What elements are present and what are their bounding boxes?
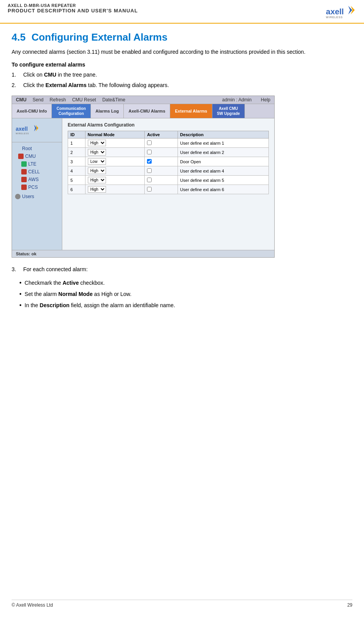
cell-mode-4: HighLow [85,166,145,176]
cell-id-3: 3 [68,157,85,166]
cell-active-5 [145,176,178,185]
table-row: 2 HighLow User define ext alarm 2 [68,148,269,157]
footer-copyright: © Axell Wireless Ltd [12,602,53,608]
tab-external-alarms[interactable]: External Alarms [170,104,212,118]
sidebar-label-aws: AWS [28,177,39,182]
sidebar-label-users: Users [22,194,34,199]
sidebar-label-lte: LTE [28,161,36,167]
select-mode-1[interactable]: HighLow [88,140,106,146]
step-2: 2. Click the External Alarms tab. The fo… [12,81,352,89]
select-mode-3[interactable]: HighLow [88,158,106,165]
topbar-send[interactable]: Send [32,97,43,103]
topbar-admin: admin : Admin [222,97,251,103]
step-1: 1. Click on CMU in the tree pane. [12,71,352,79]
status-text: Status: ok [16,251,36,256]
col-active: Active [145,131,178,139]
topbar-refresh[interactable]: Refresh [50,97,66,103]
section-title: Configuring External Alarms [31,31,167,43]
bullet-1-text: Checkmark the Active checkbox. [25,279,105,287]
page-content: 4.5 Configuring External Alarms Any conn… [0,24,364,616]
sidebar-icon-pcs [21,185,27,190]
checkbox-active-1[interactable] [147,140,152,145]
app-topbar: CMU Send Refresh CMU Reset Date&Time adm… [12,96,274,104]
svg-text:WIRELESS: WIRELESS [326,15,343,19]
sidebar-icon-users [15,194,21,199]
manual-title: PRODUCT DESCRIPTION AND USER'S MANUAL [8,8,138,14]
cell-mode-3: HighLow [85,157,145,166]
topbar-help[interactable]: Help [261,97,270,103]
step-3: 3. For each connected alarm: [12,265,352,274]
tab-axell-cmu-alarms[interactable]: Axell-CMU Alarms [124,104,170,118]
bullet-1: Checkmark the Active checkbox. [19,279,352,287]
sidebar-item-pcs[interactable]: PCS [12,183,62,191]
cell-active-1 [145,139,178,148]
section-heading: 4.5 Configuring External Alarms [12,31,352,43]
procedure-heading: To configure external alarms [12,62,352,68]
app-main: External Alarms Configuration ID Normal … [62,118,274,250]
footer-page-number: 29 [347,602,352,608]
sidebar-logo-svg: axell WIRELESS [15,123,42,137]
table-row: 3 HighLow Door Open [68,157,269,166]
cell-mode-5: HighLow [85,176,145,185]
checkbox-active-2[interactable] [147,150,152,154]
select-mode-6[interactable]: HighLow [88,186,106,193]
select-mode-2[interactable]: HighLow [88,149,106,156]
select-mode-4[interactable]: HighLow [88,168,106,174]
bullet-3-text: In the Description field, assign the ala… [25,301,175,310]
app-sidebar: axell WIRELESS Root CMU [12,118,62,250]
sidebar-item-root[interactable]: Root [12,145,62,152]
cell-desc-5: User define ext alarm 5 [178,176,268,185]
topbar-datetime[interactable]: Date&Time [102,97,125,103]
cell-mode-6: HighLow [85,185,145,194]
sidebar-label-cell: CELL [28,169,40,174]
sidebar-label-root: Root [22,146,32,151]
bullet-3: In the Description field, assign the ala… [19,301,352,310]
tab-communication-config[interactable]: CommunicationConfiguration [52,104,91,118]
tab-sw-upgrade[interactable]: Axell CMUSW Upgrade [212,104,245,118]
sidebar-label-cmu: CMU [25,154,36,159]
table-row: 1 HighLow User define ext alarm 1 [68,139,269,148]
svg-text:axell: axell [15,126,27,132]
bullet-list: Checkmark the Active checkbox. Set the a… [19,279,352,310]
checkbox-active-5[interactable] [147,178,152,182]
cell-active-2 [145,148,178,157]
bullet-2: Set the alarm Normal Mode as High or Low… [19,290,352,298]
topbar-cmu: CMU [16,97,26,103]
cell-desc-1: User define ext alarm 1 [178,139,268,148]
bullet-2-text: Set the alarm Normal Mode as High or Low… [25,290,132,298]
sidebar-item-cell[interactable]: CELL [12,168,62,176]
cell-id-1: 1 [68,139,85,148]
intro-text: Any connected alarms (section 3.11) must… [12,48,352,56]
tab-axell-cmu-info[interactable]: Axell-CMU Info [12,104,52,118]
sidebar-icon-lte [21,161,27,167]
checkbox-active-4[interactable] [147,168,152,173]
product-line: AXELL D-MBR-USA REPEATER [8,3,138,8]
app-statusbar: Status: ok [12,250,274,257]
sidebar-logo: axell WIRELESS [12,121,62,142]
topbar-cmu-reset[interactable]: CMU Reset [72,97,96,103]
select-mode-5[interactable]: HighLow [88,177,106,183]
checkbox-active-6[interactable] [147,187,152,192]
cell-active-6 [145,185,178,194]
cell-id-5: 5 [68,176,85,185]
col-description: Description [178,131,268,139]
cell-active-3 [145,157,178,166]
sidebar-item-lte[interactable]: LTE [12,160,62,168]
sidebar-item-aws[interactable]: AWS [12,176,62,183]
svg-text:WIRELESS: WIRELESS [15,132,29,135]
col-normal-mode: Normal Mode [85,131,145,139]
sidebar-item-users[interactable]: Users [12,193,62,200]
tab-alarms-log[interactable]: Alarms Log [91,104,124,118]
col-id: ID [68,131,85,139]
svg-text:axell: axell [326,7,344,16]
sidebar-item-cmu[interactable]: CMU [12,152,62,160]
checkbox-active-3[interactable] [147,159,152,164]
table-row: 4 HighLow User define ext alarm 4 [68,166,269,176]
cell-id-2: 2 [68,148,85,157]
sidebar-icon-cell [21,169,27,174]
cell-desc-6: User define ext alarm 6 [178,185,268,194]
sidebar-icon-aws [21,177,27,182]
app-navtabs: Axell-CMU Info CommunicationConfiguratio… [12,104,274,118]
step3-list: 3. For each connected alarm: [12,265,352,274]
step-2-text: Click the External Alarms tab. The follo… [23,81,169,89]
